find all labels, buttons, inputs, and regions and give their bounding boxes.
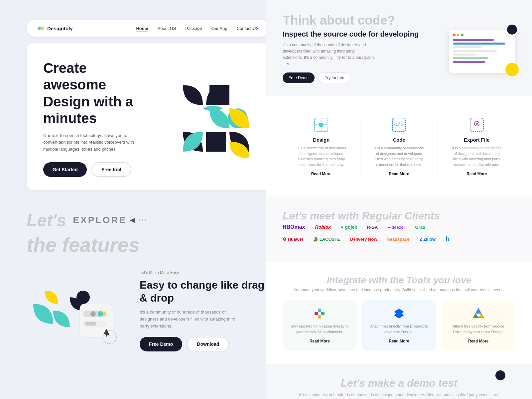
tool-drive: Attach files directly from Google Drive … — [441, 300, 515, 350]
client-gojek: ● gojek — [341, 224, 357, 230]
brand-name: Designtoly — [47, 26, 73, 31]
free-demo-button-left[interactable]: Free Demo — [140, 337, 182, 351]
dropbox-desc: Attach files directly from Dropbox to an… — [369, 324, 430, 334]
feature-export: Export File It is a community of thousan… — [438, 110, 515, 183]
hero-card: Create awesome Design with a minutes Our… — [27, 43, 269, 190]
clients-logos-row-2: ⚙ Huawei 🐊 LACOSTE Delivery Now headspac… — [283, 235, 515, 243]
drag-drop-section: Let's Make More Easy Easy to change like… — [27, 270, 269, 351]
demo-section: Let's make a demo test It's a community … — [266, 364, 532, 399]
feature-design-title: Design — [286, 137, 357, 143]
svg-rect-2 — [209, 85, 229, 105]
svg-point-5 — [208, 133, 221, 147]
feature-export-icon — [468, 116, 485, 133]
svg-rect-13 — [85, 322, 96, 326]
svg-point-1 — [41, 27, 44, 30]
clients-title-highlight: Regular Clients — [362, 210, 440, 222]
client-huawei: ⚙ Huawei — [283, 237, 303, 242]
clients-section: Let's meet with Regular Clients HBOmax R… — [266, 197, 532, 262]
explore-section: Let's EXPLORE ◀ ··· the features — [27, 200, 269, 263]
code-line-3 — [453, 46, 482, 48]
nav-item-contact[interactable]: Contact US — [237, 25, 259, 31]
code-line-4 — [453, 50, 497, 52]
svg-rect-29 — [318, 315, 321, 319]
feature-design-readmore[interactable]: Read More — [311, 172, 332, 176]
navbar: Designtoly Home About US Package Our App… — [27, 20, 269, 37]
hero-buttons: Get Started Free trial — [43, 162, 150, 177]
free-demo-button-right[interactable]: Free Demo — [283, 72, 315, 83]
svg-rect-19 — [319, 123, 323, 127]
code-preview — [449, 30, 515, 73]
nav-item-app[interactable]: Our App — [211, 25, 227, 31]
hero-description: Our text-to-speech technology allows you… — [43, 132, 136, 153]
svg-point-9 — [90, 311, 96, 317]
dropbox-readmore[interactable]: Read More — [389, 339, 409, 343]
clients-logos-row-1: HBOmax Roblox ● gojek R·GA ···deezer Gra… — [283, 224, 515, 230]
think-code-heading: Think about code? — [283, 13, 515, 28]
tool-slack: Stay updated from Figma directly to your… — [283, 300, 357, 350]
nav-item-about[interactable]: About US — [158, 25, 176, 31]
think-code-content: Inspect the source code for developing I… — [283, 30, 439, 83]
client-roblox: Roblox — [315, 224, 331, 230]
slack-icon — [313, 307, 326, 320]
explore-word: EXPLORE ◀ ··· — [73, 215, 148, 225]
feature-design-desc: It is a community of thousands of design… — [295, 145, 348, 167]
free-trial-button[interactable]: Free trial — [91, 162, 131, 177]
features-grid: Design It is a community of thousands of… — [283, 110, 515, 183]
tools-section: Integrate with the Tools you love Automa… — [266, 262, 532, 364]
code-line-5 — [453, 54, 476, 56]
deco-circle-dark — [507, 25, 517, 35]
think-code-inner: Inspect the source code for developing I… — [283, 30, 515, 83]
dot-yellow — [457, 34, 460, 36]
think-code-title: Inspect the source code for developing — [283, 30, 439, 39]
svg-point-24 — [476, 123, 478, 125]
feature-export-title: Export File — [441, 137, 512, 143]
nav-links: Home About US Package Our App Contact US — [136, 25, 259, 31]
try-for-free-button[interactable]: Try for free — [319, 72, 350, 83]
code-line-2 — [453, 43, 505, 45]
client-grab: Grab — [415, 225, 425, 230]
code-line-7 — [453, 61, 485, 63]
logo-icon — [37, 25, 45, 32]
right-panel: Think about code? Inspect the source cod… — [266, 0, 532, 399]
svg-point-10 — [98, 311, 103, 317]
svg-point-0 — [38, 27, 41, 30]
client-zillow: Z Zillow — [420, 237, 436, 242]
download-button-left[interactable]: Download — [187, 337, 229, 351]
nav-item-home[interactable]: Home — [136, 25, 148, 31]
features-section: Design It is a community of thousands of… — [266, 96, 532, 197]
client-other: b — [446, 235, 450, 243]
dot-red — [453, 34, 456, 36]
drag-drop-art — [27, 277, 126, 344]
brand-logo: Designtoly — [37, 25, 73, 32]
explore-title-row: Let's EXPLORE ◀ ··· — [27, 210, 269, 230]
tools-subtitle: Automate your workflow, save time and in… — [283, 288, 515, 292]
google-drive-icon — [472, 307, 485, 320]
clients-title: Let's meet with Regular Clients — [283, 210, 515, 222]
hero-title: Create awesome Design with a minutes — [43, 60, 150, 127]
tools-title: Integrate with the Tools you love — [283, 275, 515, 286]
demo-title: Let's make a demo test — [283, 377, 515, 389]
drive-readmore[interactable]: Read More — [468, 339, 488, 343]
feature-code-desc: It is a community of thousands of design… — [372, 145, 426, 167]
client-hbo: HBOmax — [283, 224, 305, 230]
feature-export-readmore[interactable]: Read More — [466, 172, 487, 176]
get-started-button[interactable]: Get Started — [43, 162, 87, 177]
explore-features: the features — [27, 233, 269, 256]
drag-drop-text: Let's Make More Easy Easy to change like… — [140, 270, 269, 351]
code-preview-dots — [453, 34, 511, 36]
drive-desc: Attach files directly from Google Drive … — [448, 324, 509, 334]
deco-circle-yellow — [505, 63, 519, 76]
dot-green — [461, 34, 464, 36]
hero-geometric-art — [176, 78, 256, 158]
feature-code-readmore[interactable]: Read More — [389, 172, 409, 176]
client-rga: R·GA — [367, 225, 378, 230]
drag-drop-subtitle: Let's Make More Easy — [140, 270, 239, 276]
nav-item-package[interactable]: Package — [185, 25, 202, 31]
think-code-buttons: Free Demo Try for free — [283, 72, 439, 83]
svg-rect-28 — [321, 312, 325, 315]
think-code-description: It's a community of thousands of designe… — [283, 42, 376, 67]
slack-readmore[interactable]: Read More — [310, 339, 330, 343]
client-deezer: ···deezer — [388, 225, 405, 230]
client-delivery: Delivery Now — [350, 237, 377, 242]
hero-text: Create awesome Design with a minutes Our… — [43, 60, 150, 177]
